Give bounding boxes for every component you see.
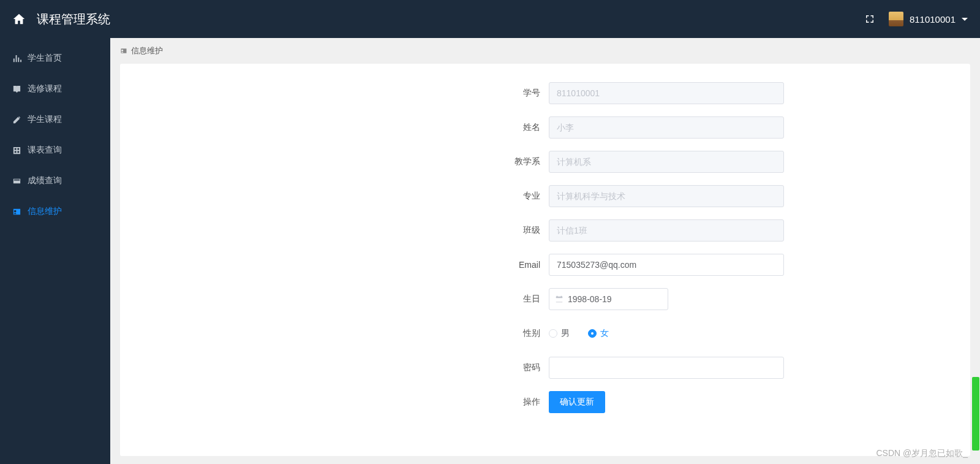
- app-title: 课程管理系统: [37, 11, 110, 28]
- row-student-id: 学号: [120, 82, 970, 104]
- email-field[interactable]: [549, 254, 784, 276]
- gender-male-radio[interactable]: 男: [549, 328, 570, 339]
- home-icon[interactable]: [12, 12, 26, 26]
- department-field: [549, 151, 784, 173]
- form-card: 学号 姓名 教学系 专业 班级 Email: [120, 64, 970, 456]
- row-name: 姓名: [120, 116, 970, 139]
- sidebar-item-home[interactable]: 学生首页: [0, 43, 110, 74]
- confirm-update-button[interactable]: 确认更新: [549, 391, 605, 413]
- row-email: Email: [120, 254, 970, 276]
- sidebar-item-label: 选修课程: [28, 83, 62, 94]
- sidebar-item-courses[interactable]: 学生课程: [0, 104, 110, 135]
- label-action: 操作: [120, 397, 549, 408]
- id-icon: [120, 47, 127, 55]
- row-department: 教学系: [120, 151, 970, 173]
- label-birthday: 生日: [120, 294, 549, 305]
- birthday-field[interactable]: [549, 288, 668, 310]
- fullscreen-icon[interactable]: [864, 13, 875, 25]
- password-field[interactable]: [549, 357, 784, 379]
- sidebar-item-label: 学生课程: [28, 114, 62, 125]
- sidebar-item-label: 信息维护: [28, 206, 62, 217]
- label-gender: 性别: [120, 328, 549, 339]
- header: 课程管理系统 811010001: [0, 0, 980, 38]
- label-department: 教学系: [120, 156, 549, 167]
- user-menu[interactable]: 811010001: [889, 12, 968, 26]
- sidebar-item-elective[interactable]: 选修课程: [0, 74, 110, 104]
- label-password: 密码: [120, 362, 549, 373]
- label-student-id: 学号: [120, 88, 549, 99]
- sidebar-item-grades[interactable]: 成绩查询: [0, 165, 110, 196]
- avatar: [889, 12, 903, 26]
- content: 信息维护 学号 姓名 教学系 专业 班级: [110, 38, 980, 464]
- sidebar: 学生首页 选修课程 学生课程 课表查询 成绩查询 信息维护: [0, 38, 110, 464]
- sidebar-item-schedule[interactable]: 课表查询: [0, 135, 110, 165]
- edit-icon: [12, 115, 21, 124]
- breadcrumb: 信息维护: [110, 38, 980, 64]
- scrollbar-thumb[interactable]: [972, 377, 979, 451]
- radio-label: 男: [561, 328, 570, 339]
- username: 811010001: [910, 14, 956, 25]
- gender-female-radio[interactable]: 女: [588, 328, 609, 339]
- sidebar-item-label: 课表查询: [28, 145, 62, 156]
- sidebar-item-label: 学生首页: [28, 53, 62, 64]
- calendar-icon: [555, 295, 564, 303]
- watermark: CSDN @岁月忽已如歌_: [876, 448, 968, 459]
- major-field: [549, 185, 784, 207]
- label-class: 班级: [120, 225, 549, 236]
- student-id-field: [549, 82, 784, 104]
- main: 学生首页 选修课程 学生课程 课表查询 成绩查询 信息维护 信息维护: [0, 38, 980, 464]
- row-action: 操作 确认更新: [120, 391, 970, 413]
- row-birthday: 生日: [120, 288, 970, 310]
- chart-icon: [12, 54, 21, 63]
- radio-label: 女: [600, 328, 609, 339]
- table-icon: [12, 146, 21, 155]
- breadcrumb-label: 信息维护: [131, 45, 163, 56]
- card-icon: [12, 177, 21, 186]
- row-major: 专业: [120, 185, 970, 207]
- label-email: Email: [120, 260, 549, 270]
- chevron-down-icon: [962, 18, 968, 21]
- id-icon: [12, 207, 21, 216]
- row-password: 密码: [120, 357, 970, 379]
- sidebar-item-label: 成绩查询: [28, 175, 62, 186]
- sidebar-item-profile[interactable]: 信息维护: [0, 196, 110, 227]
- header-right: 811010001: [864, 12, 968, 26]
- label-major: 专业: [120, 191, 549, 202]
- scrollbar-track[interactable]: [971, 40, 980, 463]
- row-class: 班级: [120, 219, 970, 242]
- book-icon: [12, 85, 21, 94]
- label-name: 姓名: [120, 122, 549, 133]
- header-left: 课程管理系统: [12, 11, 110, 28]
- name-field: [549, 116, 784, 139]
- row-gender: 性别 男 女: [120, 322, 970, 344]
- class-field: [549, 219, 784, 242]
- radio-dot-icon: [549, 329, 557, 338]
- radio-dot-icon: [588, 329, 597, 338]
